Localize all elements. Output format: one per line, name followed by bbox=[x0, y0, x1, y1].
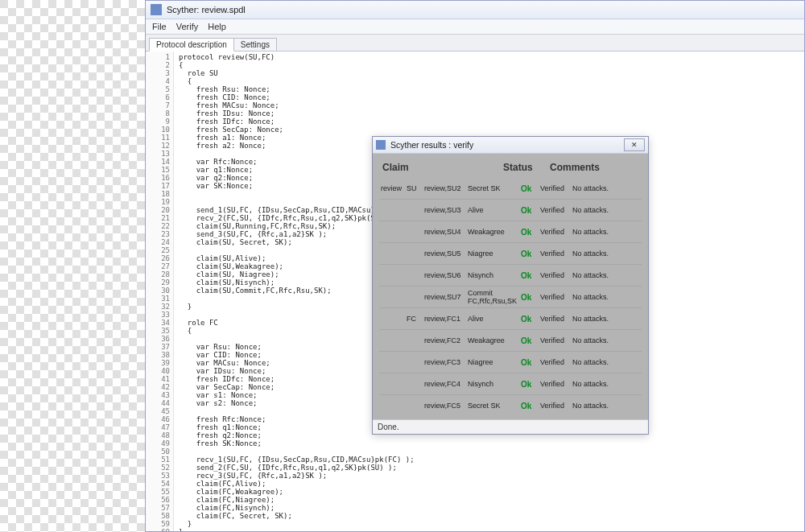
results-body: Claim Status Comments reviewSUreview,SU2… bbox=[373, 154, 648, 419]
results-row[interactable]: review,SU5NiagreeOkVerifiedNo attacks. bbox=[379, 242, 642, 264]
ok-cell: Ok bbox=[521, 315, 540, 324]
comment-cell: No attacks. bbox=[572, 250, 640, 258]
ok-cell: Ok bbox=[521, 358, 540, 367]
results-row[interactable]: review,SU3AliveOkVerifiedNo attacks. bbox=[379, 199, 642, 221]
ok-cell: Ok bbox=[521, 293, 540, 302]
comment-cell: No attacks. bbox=[572, 336, 640, 344]
comment-cell: No attacks. bbox=[572, 358, 640, 366]
ok-cell: Ok bbox=[521, 336, 540, 345]
status-cell: Verified bbox=[540, 402, 572, 410]
claim-cell: Niagree bbox=[468, 250, 521, 258]
results-row[interactable]: FCreview,FC1AliveOkVerifiedNo attacks. bbox=[379, 307, 642, 329]
comment-cell: No attacks. bbox=[572, 315, 640, 323]
id-cell: review,FC5 bbox=[424, 402, 468, 410]
results-row[interactable]: review,SU4WeakagreeOkVerifiedNo attacks. bbox=[379, 221, 642, 242]
close-icon[interactable]: ✕ bbox=[624, 138, 645, 151]
header-status: Status bbox=[503, 162, 550, 173]
header-comments: Comments bbox=[550, 162, 638, 173]
ok-cell: Ok bbox=[521, 250, 540, 258]
results-row[interactable]: review,FC2WeakagreeOkVerifiedNo attacks. bbox=[379, 329, 642, 351]
results-row[interactable]: review,SU7Commit FC,Rfc,Rsu,SKOkVerified… bbox=[379, 286, 642, 307]
comment-cell: No attacks. bbox=[572, 184, 640, 192]
claim-cell: Alive bbox=[468, 206, 521, 214]
role-cell: SU bbox=[407, 184, 424, 192]
menu-verify[interactable]: Verify bbox=[176, 22, 199, 31]
status-cell: Verified bbox=[540, 336, 572, 344]
status-cell: Verified bbox=[540, 228, 572, 236]
menu-help[interactable]: Help bbox=[208, 22, 226, 31]
status-cell: Verified bbox=[540, 380, 572, 388]
id-cell: review,FC3 bbox=[424, 358, 468, 366]
window-title: Scyther: review.spdl bbox=[167, 5, 246, 14]
status-cell: Verified bbox=[540, 358, 572, 366]
id-cell: review,SU2 bbox=[424, 184, 468, 192]
claim-cell: Secret SK bbox=[468, 402, 521, 410]
results-title: Scyther results : verify bbox=[390, 140, 473, 150]
ok-cell: Ok bbox=[521, 228, 540, 237]
results-window: Scyther results : verify ✕ Claim Status … bbox=[372, 136, 649, 435]
id-cell: review,FC1 bbox=[424, 315, 468, 323]
results-row[interactable]: review,FC4NisynchOkVerifiedNo attacks. bbox=[379, 373, 642, 394]
id-cell: review,SU7 bbox=[424, 293, 468, 301]
results-rows: reviewSUreview,SU2Secret SKOkVerifiedNo … bbox=[379, 178, 642, 416]
claim-cell: Niagree bbox=[468, 358, 521, 366]
comment-cell: No attacks. bbox=[572, 206, 640, 214]
id-cell: review,FC4 bbox=[424, 380, 468, 388]
status-cell: Verified bbox=[540, 184, 572, 192]
claim-cell: Alive bbox=[468, 315, 521, 323]
comment-cell: No attacks. bbox=[572, 402, 640, 410]
results-row[interactable]: review,SU6NisynchOkVerifiedNo attacks. bbox=[379, 264, 642, 286]
comment-cell: No attacks. bbox=[572, 293, 640, 301]
id-cell: review,SU5 bbox=[424, 250, 468, 258]
header-claim: Claim bbox=[382, 162, 503, 173]
results-header-row: Claim Status Comments bbox=[379, 160, 642, 178]
role-cell: FC bbox=[407, 315, 424, 323]
titlebar[interactable]: Scyther: review.spdl bbox=[146, 1, 804, 19]
comment-cell: No attacks. bbox=[572, 380, 640, 388]
results-app-icon bbox=[376, 140, 386, 150]
ok-cell: Ok bbox=[521, 402, 540, 410]
status-cell: Verified bbox=[540, 206, 572, 214]
ok-cell: Ok bbox=[521, 184, 540, 193]
tab-settings[interactable]: Settings bbox=[233, 38, 277, 51]
app-icon bbox=[151, 4, 162, 15]
id-cell: review,SU4 bbox=[424, 228, 468, 236]
claim-cell: Commit FC,Rfc,Rsu,SK bbox=[468, 289, 521, 305]
comment-cell: No attacks. bbox=[572, 271, 640, 279]
results-titlebar[interactable]: Scyther results : verify ✕ bbox=[373, 137, 648, 154]
ok-cell: Ok bbox=[521, 380, 540, 389]
proto-cell: review bbox=[381, 184, 407, 192]
line-gutter: 1 2 3 4 5 6 7 8 9 10 11 12 13 14 15 16 1… bbox=[146, 52, 174, 531]
status-cell: Verified bbox=[540, 293, 572, 301]
id-cell: review,FC2 bbox=[424, 336, 468, 344]
status-cell: Verified bbox=[540, 250, 572, 258]
id-cell: review,SU3 bbox=[424, 206, 468, 214]
tabbar: Protocol description Settings bbox=[146, 35, 804, 52]
claim-cell: Nisynch bbox=[468, 271, 521, 279]
results-row[interactable]: reviewSUreview,SU2Secret SKOkVerifiedNo … bbox=[379, 178, 642, 199]
menubar: File Verify Help bbox=[146, 19, 804, 35]
menu-file[interactable]: File bbox=[152, 22, 167, 31]
id-cell: review,SU6 bbox=[424, 271, 468, 279]
claim-cell: Weakagree bbox=[468, 228, 521, 236]
status-cell: Verified bbox=[540, 315, 572, 323]
ok-cell: Ok bbox=[521, 206, 540, 215]
claim-cell: Secret SK bbox=[468, 184, 521, 192]
results-row[interactable]: review,FC3NiagreeOkVerifiedNo attacks. bbox=[379, 351, 642, 373]
results-row[interactable]: review,FC5Secret SKOkVerifiedNo attacks. bbox=[379, 394, 642, 416]
claim-cell: Nisynch bbox=[468, 380, 521, 388]
comment-cell: No attacks. bbox=[572, 228, 640, 236]
results-footer: Done. bbox=[373, 419, 648, 434]
tab-protocol-description[interactable]: Protocol description bbox=[149, 38, 234, 52]
status-cell: Verified bbox=[540, 271, 572, 279]
ok-cell: Ok bbox=[521, 271, 540, 280]
claim-cell: Weakagree bbox=[468, 336, 521, 344]
